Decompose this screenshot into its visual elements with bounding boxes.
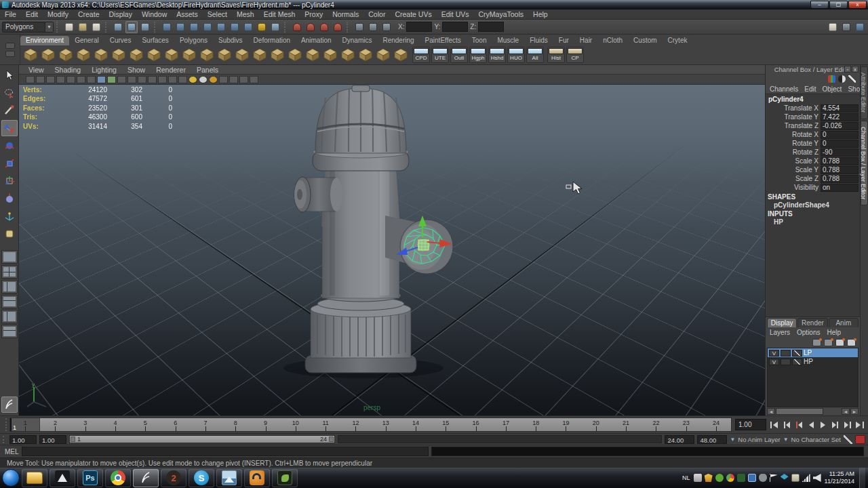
shelf-tab[interactable]: Dynamics (337, 36, 378, 45)
channel-box-header[interactable]: Channel Box / Layer Editor ▫ x (766, 65, 860, 74)
layer-playback-toggle[interactable] (781, 350, 791, 357)
channel-box-menu-item[interactable]: Channels (770, 85, 798, 93)
menu-item[interactable]: Edit Mesh (259, 10, 300, 18)
beam-icon[interactable] (374, 47, 391, 64)
time-slider-frame[interactable]: 9 (250, 418, 280, 431)
brick-icon[interactable] (357, 47, 374, 64)
history-output-button[interactable] (318, 21, 330, 33)
tab-attribute-editor[interactable]: Attribute Editor (861, 66, 868, 119)
scroll-thumb[interactable] (776, 408, 823, 415)
shelf-panel-button[interactable]: Hshd (488, 47, 506, 63)
tab-channel-box[interactable]: Channel Box / Layer Editor (861, 121, 868, 206)
shelf-tab[interactable]: Curves (104, 36, 137, 45)
history-magnet-button[interactable] (332, 21, 344, 33)
time-slider-frame[interactable]: 1 (10, 418, 40, 431)
panel-menu-item[interactable]: Renderer (156, 66, 186, 74)
range-slider-grip[interactable] (3, 436, 7, 443)
toolbar-grip[interactable] (105, 22, 109, 33)
bookmark-icon[interactable] (46, 76, 55, 83)
use-default-material-icon[interactable] (127, 76, 136, 83)
stairs-icon[interactable] (216, 47, 233, 64)
menu-item[interactable]: Proxy (300, 10, 328, 18)
shelf-tab[interactable]: Fur (553, 36, 574, 45)
animation-start-field[interactable]: 1.00 (9, 435, 37, 444)
channel-attribute-row[interactable]: Translate Z -0.026 (766, 121, 860, 130)
shadows-icon[interactable] (178, 76, 187, 83)
open-scene-button[interactable] (77, 21, 89, 33)
channel-value-field[interactable]: 0 (821, 131, 859, 139)
minimize-button[interactable]: – (810, 1, 829, 9)
taskbar-tf2-button[interactable]: 2 (161, 469, 186, 487)
channel-value-field[interactable]: 0.788 (821, 175, 859, 183)
new-layer-from-selected-icon[interactable] (847, 339, 856, 346)
snap-grid-button[interactable] (161, 21, 173, 33)
shaded-mode-icon[interactable] (97, 76, 106, 83)
go-to-end-button[interactable] (854, 419, 865, 431)
animation-end-field[interactable]: 48.00 (697, 435, 727, 444)
shelf-panel-button[interactable]: HUO (507, 47, 525, 63)
channel-box-menu-item[interactable]: Object (823, 85, 842, 93)
shelf-tab[interactable]: Toon (467, 36, 492, 45)
shelf-tab[interactable]: Subdivs (213, 36, 248, 45)
layer-row[interactable]: V LP (768, 348, 858, 357)
pin-panel-icon[interactable]: ▫ (844, 66, 851, 73)
texture-view-icon[interactable] (138, 76, 146, 83)
time-slider-frame[interactable]: 19 (551, 418, 580, 431)
select-hierarchy-button[interactable] (112, 21, 124, 33)
layer-editor-tab[interactable]: Display (767, 318, 797, 327)
lighting-default-icon[interactable] (158, 76, 167, 83)
shelf-panel-button[interactable]: Outl (450, 47, 468, 63)
title-bar[interactable]: Autodesk Maya 2013 x64: C:\Users\ESFGame… (0, 0, 868, 9)
layer-display-mode-toggle[interactable] (792, 359, 802, 365)
shelf-tab[interactable]: Custom (628, 36, 662, 45)
layer-editor-menu-item[interactable]: Help (827, 329, 841, 336)
chevron-down-icon[interactable]: ▼ (730, 436, 735, 443)
z-input[interactable] (478, 22, 504, 32)
soft-modification-tool[interactable] (1, 190, 18, 207)
share-view-icon[interactable] (250, 76, 258, 83)
persp-outliner-layout-button[interactable] (1, 280, 18, 293)
shield-icon[interactable] (705, 474, 713, 482)
mouse-icon[interactable] (759, 474, 767, 482)
input-node-name[interactable]: HP (766, 218, 860, 226)
channel-attribute-row[interactable]: Scale X 0.788 (766, 157, 860, 165)
spotlight-icon[interactable] (269, 47, 285, 64)
volume-icon[interactable] (813, 474, 821, 482)
pyramid-light-icon[interactable] (251, 47, 268, 64)
crate-icon[interactable] (127, 47, 144, 64)
ramp-icon[interactable] (198, 47, 215, 64)
channel-attribute-row[interactable]: Visibility on (766, 183, 860, 192)
construction-history-button[interactable] (291, 21, 303, 33)
history-input-button[interactable] (304, 21, 317, 33)
taskbar-modeltool-button[interactable] (272, 469, 298, 487)
channel-attribute-row[interactable]: Scale Z 0.788 (766, 174, 860, 183)
menu-item[interactable]: Display (104, 10, 136, 18)
play-forwards-button[interactable] (817, 419, 829, 431)
snap-view-plane-button[interactable] (215, 21, 227, 33)
taskbar-unity-button[interactable] (50, 469, 75, 487)
last-tool-used[interactable] (1, 226, 18, 242)
time-slider-frame[interactable]: 18 (521, 418, 551, 431)
poly-barrel-icon[interactable] (57, 47, 74, 64)
toolbar-grip[interactable] (284, 22, 288, 33)
shelf-tab[interactable]: General (69, 36, 104, 45)
render-current-frame-button[interactable] (353, 21, 366, 33)
anim-layer-selector[interactable]: No Anim Layer (738, 436, 780, 443)
show-tool-settings-button[interactable] (840, 21, 852, 33)
taskbar-photos-button[interactable] (216, 469, 242, 487)
time-slider-frame[interactable]: 16 (460, 418, 490, 431)
channel-speed-icon[interactable] (838, 75, 846, 83)
time-slider-frame[interactable]: 13 (371, 418, 401, 431)
channel-value-field[interactable]: 0.788 (821, 157, 859, 165)
channel-value-field[interactable]: 0.788 (821, 166, 859, 174)
taskbar-music-button[interactable] (244, 469, 270, 487)
time-slider-frame[interactable]: 5 (130, 418, 160, 431)
shelf-tab[interactable]: Rendering (377, 36, 419, 45)
shelf-tab[interactable]: Fluids (524, 36, 553, 45)
taskbar-photoshop-button[interactable]: Ps (77, 469, 103, 487)
layer-display-mode-toggle[interactable] (792, 350, 802, 357)
network-icon[interactable] (802, 474, 810, 482)
door-panel-icon[interactable] (180, 47, 197, 64)
playback-end-field[interactable]: 24.00 (665, 435, 694, 444)
move-tool[interactable] (1, 120, 18, 136)
